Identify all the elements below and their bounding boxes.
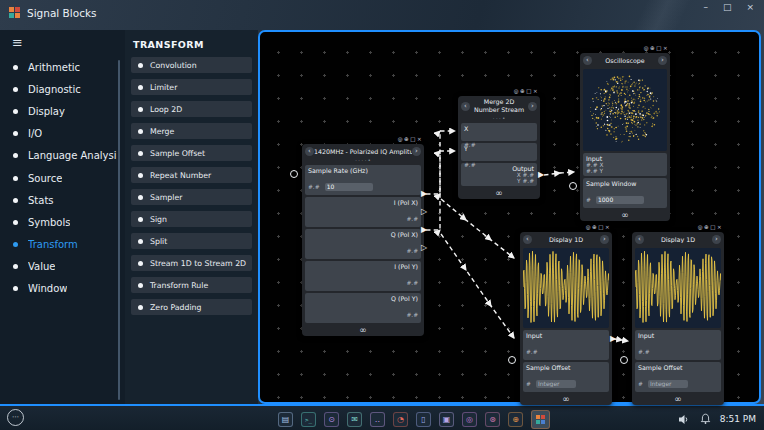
tray-clock[interactable]: 8:51 PM [720,414,756,424]
waveform-plot [635,248,721,326]
taskbar-apps: ▤ >_ ⊙ ✉ ‥ ◔ ▯ ▣ ◎ ⊛ ⊕ [278,410,550,429]
input-port-sample-offset-a[interactable] [508,356,516,364]
node-window-icons[interactable]: ◎⊕□× [644,45,669,51]
input-port-sample-window[interactable] [569,182,577,190]
loop-icon[interactable]: ∞ [520,394,612,405]
app-launcher-button[interactable]: ⋯ [7,409,24,426]
category-list: Arithmetic Diagnostic Display I/O Langua… [0,56,125,300]
output-port-display-a[interactable]: ▶ [610,334,616,344]
app-title: Signal Blocks [27,7,96,19]
bullet-icon [13,264,18,269]
terminal-icon[interactable]: >_ [301,412,316,427]
bullet-icon [138,239,143,244]
node-window-icons[interactable]: ◎⊕□× [586,224,611,230]
prev-page-button[interactable]: ‹ [461,102,470,111]
node-canvas[interactable]: ◎⊕□× ‹ 1420MHz - Polarized IQ Amplitudes… [258,30,761,404]
input-port-sample-offset-b[interactable] [620,356,628,364]
block-item-sign[interactable]: Sign [131,211,252,227]
block-item-split[interactable]: Split [131,233,252,249]
reel-icon[interactable]: ⊛ [485,412,500,427]
waveform-plot [523,248,609,326]
next-page-button[interactable]: › [658,56,667,65]
node-title: Display 1D [532,236,600,243]
media-viewer-icon[interactable]: ▣ [439,412,454,427]
file-manager-icon[interactable]: ▤ [278,412,293,427]
web-browser-icon[interactable]: ⊕ [508,412,523,427]
sample-rate-input[interactable] [325,183,373,191]
node-window-icons[interactable]: ◎⊕□× [698,224,723,230]
input-port-sample-rate[interactable] [290,170,298,178]
app-logo-icon [9,7,21,19]
block-item-convolution[interactable]: Convolution [131,57,252,73]
sample-offset-input[interactable] [536,380,576,388]
block-item-sampler[interactable]: Sampler [131,189,252,205]
next-page-button[interactable]: › [600,235,609,244]
block-item-merge[interactable]: Merge [131,123,252,139]
media-capsule-icon[interactable]: ⊙ [324,412,339,427]
output-port-i-pol-x[interactable]: ▶ [421,189,427,199]
node-merge-2d[interactable]: ◎⊕□× ‹ Merge 2DNumber Stream › · · · • X… [458,96,540,199]
node-source-1420mhz[interactable]: ◎⊕□× ‹ 1420MHz - Polarized IQ Amplitudes… [302,144,424,336]
sidebar-item-window[interactable]: Window [0,278,125,300]
output-port-merge[interactable]: ▶ [538,170,544,180]
input-row: Input #.# X #.# Y [583,153,667,176]
chat-icon[interactable]: ‥ [370,412,385,427]
block-item-loop-2d[interactable]: Loop 2D [131,101,252,117]
block-item-limiter[interactable]: Limiter [131,79,252,95]
next-page-button[interactable]: › [712,235,721,244]
node-display-1d-a[interactable]: ◎⊕□× ‹ Display 1D › Input#.# Sample Offs… [520,232,612,405]
sidebar-item-symbols[interactable]: Symbols [0,211,125,233]
sidebar-item-stats[interactable]: Stats [0,189,125,211]
sample-offset-input[interactable] [648,380,688,388]
bullet-icon [13,286,18,291]
output-port-q-pol-x[interactable]: ▷ [421,207,427,217]
sidebar-item-io[interactable]: I/O [0,123,125,145]
signal-blocks-app-icon[interactable] [531,410,550,429]
volume-icon[interactable] [678,414,691,425]
output-port-q-pol-y[interactable]: ▷ [421,243,427,253]
mail-icon[interactable]: ✉ [347,412,362,427]
sidebar-item-source[interactable]: Source [0,167,125,189]
node-window-icons[interactable]: ◎⊕□× [514,88,539,94]
loop-icon[interactable]: ∞ [302,325,424,336]
sidebar-item-display[interactable]: Display [0,100,125,122]
minimize-button[interactable]: – [703,2,708,12]
sidebar-item-transform[interactable]: Transform [0,234,125,256]
prev-page-button[interactable]: ‹ [583,56,592,65]
bullet-icon [138,107,143,112]
waveform-display [635,248,721,328]
next-page-button[interactable]: › [412,147,421,156]
loop-icon[interactable]: ∞ [458,188,540,199]
sidebar-item-language-analysis[interactable]: Language Analysi [0,145,125,167]
menu-icon[interactable]: ≡ [12,35,23,50]
node-oscilloscope[interactable]: ◎⊕□× ‹ Oscilloscope › Input #.# X #.# Y … [580,53,670,221]
block-item-repeat-number[interactable]: Repeat Number [131,167,252,183]
timer-icon[interactable]: ◔ [393,412,408,427]
output-port-i-pol-y[interactable]: ▶ [421,225,427,235]
sample-window-input[interactable] [596,196,644,204]
maximize-button[interactable]: □ [723,2,732,12]
next-page-button[interactable]: › [528,102,537,111]
prev-page-button[interactable]: ‹ [523,235,532,244]
node-window-icons[interactable]: ◎⊕□× [398,136,423,142]
sidebar-item-diagnostic[interactable]: Diagnostic [0,78,125,100]
scope-scatter-plot [583,69,667,149]
sidebar-scrollbar[interactable] [118,60,120,400]
prev-page-button[interactable]: ‹ [635,235,644,244]
block-item-stream-1d-to-2d[interactable]: Stream 1D to Stream 2D [131,255,252,271]
notifications-bell-icon[interactable] [700,413,711,425]
block-item-zero-padding[interactable]: Zero Padding [131,299,252,315]
bullet-icon [138,63,143,68]
node-display-1d-b[interactable]: ◎⊕□× ‹ Display 1D › Input#.# Sample Offs… [632,232,724,405]
target-icon[interactable]: ◎ [462,412,477,427]
close-button[interactable]: × [746,2,754,12]
notes-icon[interactable]: ▯ [416,412,431,427]
prev-page-button[interactable]: ‹ [305,147,314,156]
sidebar-item-value[interactable]: Value [0,256,125,278]
loop-icon[interactable]: ∞ [580,210,670,221]
block-item-transform-rule[interactable]: Transform Rule [131,277,252,293]
loop-icon[interactable]: ∞ [632,394,724,405]
sidebar-item-arithmetic[interactable]: Arithmetic [0,56,125,78]
block-item-sample-offset[interactable]: Sample Offset [131,145,252,161]
bullet-icon [138,195,143,200]
